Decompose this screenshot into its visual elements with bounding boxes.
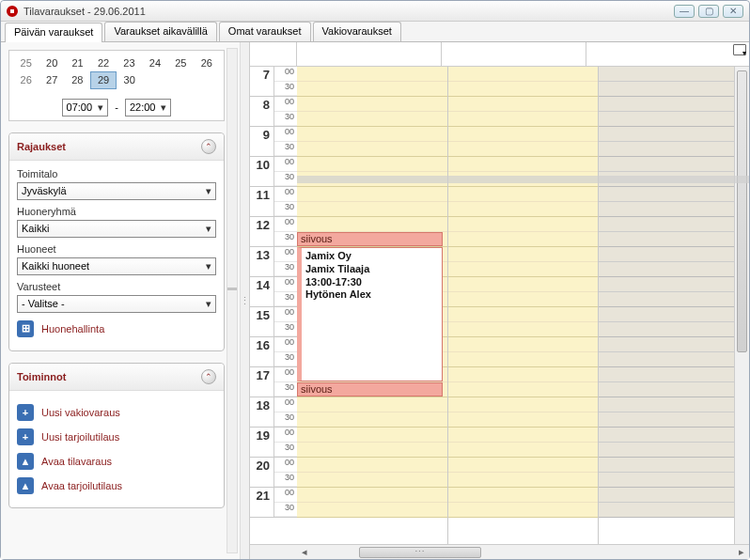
time-slot[interactable]: [448, 458, 599, 473]
scroll-left-icon[interactable]: ◂: [297, 546, 312, 558]
time-slot[interactable]: [599, 67, 749, 82]
time-slot[interactable]: [448, 127, 599, 142]
maximize-button[interactable]: ▢: [698, 5, 719, 18]
vertical-scrollbar[interactable]: [734, 67, 749, 544]
cal-day-selected[interactable]: 29: [90, 71, 116, 88]
time-slot[interactable]: [599, 202, 749, 217]
time-from-select[interactable]: 07:00▾: [62, 99, 109, 117]
cal-day[interactable]: [194, 71, 219, 88]
select-toimitalo[interactable]: Jyväskylä▾: [17, 182, 216, 200]
horizontal-scrollbar[interactable]: ◂ ▸: [250, 544, 749, 559]
time-slot[interactable]: [599, 217, 749, 232]
cal-day[interactable]: 21: [65, 54, 90, 71]
action-open-catering[interactable]: ▲Avaa tarjoilutilaus: [17, 477, 216, 494]
time-slot[interactable]: [599, 337, 749, 352]
time-slot[interactable]: [448, 67, 599, 82]
time-slot[interactable]: [448, 217, 599, 232]
cal-day[interactable]: 26: [194, 54, 219, 71]
time-to-select[interactable]: 22:00▾: [125, 99, 172, 117]
time-slot[interactable]: [448, 82, 599, 97]
collapse-icon[interactable]: ⌃: [201, 139, 216, 154]
time-slot[interactable]: [448, 322, 599, 337]
cal-day[interactable]: 22: [90, 54, 116, 71]
cal-day[interactable]: 25: [168, 54, 194, 71]
room-column[interactable]: [599, 67, 749, 544]
time-slot[interactable]: [448, 247, 599, 262]
cal-day[interactable]: 28: [65, 71, 90, 88]
event-cleaning[interactable]: siivous: [297, 232, 443, 246]
tab-recurring[interactable]: Vakiovaraukset: [313, 22, 401, 41]
time-slot[interactable]: [599, 112, 749, 127]
room-column-header[interactable]: [442, 42, 586, 66]
splitter[interactable]: [241, 42, 250, 559]
close-button[interactable]: ✕: [723, 5, 743, 18]
cal-day[interactable]: [168, 71, 194, 88]
room-column-header[interactable]: [297, 42, 442, 66]
time-slot[interactable]: [448, 443, 599, 458]
time-slot[interactable]: [599, 277, 749, 292]
time-slot[interactable]: [599, 367, 749, 382]
cal-day[interactable]: 30: [117, 71, 142, 88]
time-slot[interactable]: [599, 503, 749, 518]
time-slot[interactable]: [599, 247, 749, 262]
link-huonehallinta[interactable]: ⊞ Huonehallinta: [17, 320, 216, 337]
scroll-thumb[interactable]: [359, 547, 481, 558]
time-slot[interactable]: [599, 458, 749, 473]
cal-day[interactable]: 24: [142, 54, 167, 71]
time-slot[interactable]: [599, 142, 749, 157]
sidebar-scrollbar[interactable]: [227, 48, 238, 553]
time-slot[interactable]: [448, 488, 599, 503]
select-huoneryhma[interactable]: Kaikki▾: [17, 220, 216, 238]
time-slot[interactable]: [448, 142, 599, 157]
action-new-recurring[interactable]: +Uusi vakiovaraus: [17, 404, 216, 421]
time-slot[interactable]: [599, 428, 749, 443]
minimize-button[interactable]: —: [674, 5, 695, 18]
time-slot[interactable]: [448, 97, 599, 112]
action-new-catering[interactable]: +Uusi tarjoilutilaus: [17, 428, 216, 445]
time-slot[interactable]: [599, 127, 749, 142]
cal-day[interactable]: 27: [39, 71, 64, 88]
time-slot[interactable]: [599, 157, 749, 172]
tab-own[interactable]: Omat varaukset: [219, 22, 311, 41]
time-slot[interactable]: [448, 307, 599, 322]
time-slot[interactable]: [448, 112, 599, 127]
time-slot[interactable]: [599, 262, 749, 277]
select-huoneet[interactable]: Kaikki huoneet▾: [17, 257, 216, 275]
time-slot[interactable]: [448, 382, 599, 397]
time-slot[interactable]: [599, 97, 749, 112]
mini-calendar[interactable]: 25 20 21 22 23 24 25 26 26 27 28 29: [8, 50, 225, 121]
time-slot[interactable]: [448, 428, 599, 443]
time-slot[interactable]: [599, 488, 749, 503]
time-slot[interactable]: [599, 187, 749, 202]
time-slot[interactable]: [599, 82, 749, 97]
time-slot[interactable]: [448, 202, 599, 217]
time-slot[interactable]: [448, 412, 599, 428]
time-slot[interactable]: [599, 322, 749, 337]
time-slot[interactable]: [599, 443, 749, 458]
tab-daily[interactable]: Päivän varaukset: [5, 23, 102, 42]
time-slot[interactable]: [448, 473, 599, 488]
time-slot[interactable]: [448, 157, 599, 172]
time-slot[interactable]: [599, 473, 749, 488]
cal-day[interactable]: [142, 71, 167, 88]
time-slot[interactable]: [448, 277, 599, 292]
column-options-icon[interactable]: [733, 44, 746, 55]
scroll-right-icon[interactable]: ▸: [734, 546, 749, 558]
select-varusteet[interactable]: - Valitse -▾: [17, 295, 216, 313]
room-column-header[interactable]: [586, 42, 730, 66]
cal-day[interactable]: 23: [117, 54, 142, 71]
time-slot[interactable]: [599, 397, 749, 412]
event-cleaning[interactable]: siivous: [297, 382, 443, 397]
time-slot[interactable]: [448, 187, 599, 202]
action-open-booking[interactable]: ▲Avaa tilavaraus: [17, 453, 216, 470]
room-column[interactable]: [448, 67, 600, 544]
time-slot[interactable]: [599, 307, 749, 322]
time-slot[interactable]: [599, 292, 749, 307]
tab-range[interactable]: Varaukset aikavälillä: [104, 22, 216, 41]
time-slot[interactable]: [448, 352, 599, 367]
cal-day[interactable]: 20: [39, 54, 64, 71]
time-slot[interactable]: [448, 367, 599, 382]
time-slot[interactable]: [448, 292, 599, 307]
time-slot[interactable]: [448, 262, 599, 277]
collapse-icon[interactable]: ⌃: [201, 369, 216, 384]
